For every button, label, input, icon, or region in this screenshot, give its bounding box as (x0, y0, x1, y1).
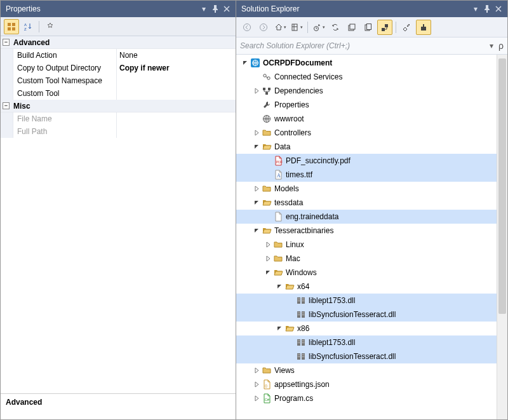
tree-node[interactable]: Data (236, 140, 497, 154)
tree-node[interactable]: libSyncfusionTesseract.dll (236, 349, 497, 363)
home-button[interactable]: ▾ (272, 20, 288, 35)
property-row[interactable]: Full Path (1, 125, 236, 138)
properties-title-bar[interactable]: Properties ▾ (1, 1, 236, 17)
pin-icon[interactable] (210, 4, 220, 14)
solution-tree[interactable]: OCRPDFDocumentConnected ServicesDependen… (236, 55, 497, 419)
close-icon[interactable] (222, 4, 232, 14)
tree-node[interactable]: OCRPDFDocument (236, 56, 497, 70)
expand-icon[interactable] (251, 367, 262, 374)
tree-node[interactable]: tessdata (236, 196, 497, 210)
expand-icon[interactable] (251, 227, 262, 234)
tree-node[interactable]: C#Program.cs (236, 391, 497, 405)
solution-tree-wrap: OCRPDFDocumentConnected ServicesDependen… (236, 55, 507, 419)
search-icon[interactable]: ρ (498, 41, 504, 51)
expand-icon[interactable] (240, 60, 250, 66)
expand-icon[interactable] (274, 283, 284, 290)
collapse-all-button[interactable] (344, 20, 359, 35)
expand-icon[interactable] (274, 325, 284, 332)
solution-search-row[interactable]: ▾ ρ (236, 37, 507, 55)
search-dropdown-icon[interactable]: ▾ (490, 41, 493, 50)
tree-scrollbar[interactable] (497, 55, 507, 419)
show-all-files-button[interactable] (361, 20, 376, 35)
tree-node[interactable]: Mac (236, 252, 497, 266)
sync-button[interactable] (328, 20, 343, 35)
property-pages-button[interactable] (43, 19, 58, 34)
svg-rect-31 (299, 299, 300, 299)
property-category[interactable]: −Advanced (1, 36, 236, 49)
svg-rect-17 (423, 24, 424, 27)
tree-node[interactable]: Views (236, 363, 497, 377)
tree-node[interactable]: liblept1753.dll (236, 335, 497, 349)
property-row[interactable]: Custom Tool Namespace (1, 74, 236, 87)
expand-icon[interactable] (251, 200, 262, 206)
property-value[interactable] (117, 125, 236, 138)
property-value[interactable] (117, 74, 236, 87)
back-button[interactable] (239, 20, 255, 35)
switch-views-button[interactable]: ▾ (289, 20, 304, 35)
collapse-icon[interactable]: − (3, 102, 10, 109)
properties-button[interactable] (399, 20, 415, 35)
expand-icon[interactable] (251, 381, 262, 388)
property-value[interactable]: Copy if newer (117, 62, 236, 74)
expand-icon[interactable] (251, 130, 262, 136)
dll-icon (296, 309, 306, 320)
track-active-button[interactable] (377, 20, 392, 35)
property-row[interactable]: Copy to Output DirectoryCopy if newer (1, 62, 236, 74)
expand-icon[interactable] (251, 186, 262, 192)
alphabetical-button[interactable]: AZ (20, 19, 36, 34)
expand-icon[interactable] (251, 144, 262, 150)
collapse-icon[interactable]: − (3, 39, 10, 46)
tree-node[interactable]: eng.traineddata (236, 210, 497, 224)
solution-search-input[interactable] (240, 41, 490, 50)
property-value[interactable] (117, 112, 236, 125)
tree-node[interactable]: liblept1753.dll (236, 294, 497, 308)
expand-icon[interactable] (251, 395, 262, 402)
tree-node[interactable]: Controllers (236, 126, 497, 140)
properties-panel: Properties ▾ AZ −AdvancedBuild ActionNon… (1, 1, 236, 419)
folder-open-icon (284, 281, 295, 292)
property-grid[interactable]: −AdvancedBuild ActionNoneCopy to Output … (1, 36, 236, 394)
tree-node[interactable]: Tesseractbinaries (236, 224, 497, 238)
property-row[interactable]: Build ActionNone (1, 49, 236, 62)
property-value[interactable] (117, 87, 236, 100)
svg-rect-51 (299, 341, 300, 341)
folder-icon (273, 240, 283, 250)
tree-node[interactable]: Atimes.ttf (236, 168, 497, 182)
expand-icon[interactable] (263, 241, 273, 248)
property-value[interactable]: None (117, 49, 236, 62)
file-icon (273, 212, 283, 222)
expand-icon[interactable] (251, 88, 262, 94)
tree-node[interactable]: x64 (236, 280, 497, 294)
preview-button[interactable] (416, 20, 431, 35)
tree-node[interactable]: Properties (236, 98, 497, 112)
tree-node[interactable]: Linux (236, 238, 497, 252)
solution-title-bar[interactable]: Solution Explorer ▾ (236, 1, 507, 17)
categorized-button[interactable] (4, 19, 19, 34)
tree-node[interactable]: libSyncfusionTesseract.dll (236, 308, 497, 322)
expand-icon[interactable] (263, 269, 273, 276)
tree-node[interactable]: {}appsettings.json (236, 377, 497, 391)
window-menu-icon[interactable]: ▾ (199, 4, 209, 14)
dll-icon (296, 337, 306, 348)
tree-node[interactable]: PDFPDF_succinctly.pdf (236, 154, 497, 168)
forward-button[interactable] (256, 20, 271, 35)
window-menu-icon[interactable]: ▾ (471, 4, 481, 14)
tree-node[interactable]: Models (236, 182, 497, 196)
tree-node[interactable]: x86 (236, 322, 497, 335)
pending-changes-button[interactable]: ▾ (311, 20, 326, 35)
tree-node[interactable]: Connected Services (236, 70, 497, 84)
tree-node[interactable]: wwwroot (236, 112, 497, 126)
property-row[interactable]: File Name (1, 112, 236, 125)
property-row[interactable]: Custom Tool (1, 87, 236, 100)
svg-rect-67 (304, 356, 304, 357)
expand-icon[interactable] (263, 255, 273, 262)
tree-node[interactable]: Dependencies (236, 84, 497, 98)
tree-node[interactable]: Windows (236, 266, 497, 280)
close-icon[interactable] (493, 4, 504, 14)
svg-rect-66 (302, 356, 303, 357)
scrollbar-thumb[interactable] (498, 58, 506, 314)
pin-icon[interactable] (482, 4, 492, 14)
property-category[interactable]: −Misc (1, 100, 236, 112)
tree-label: tessdata (274, 198, 308, 207)
folder-icon (262, 184, 272, 194)
